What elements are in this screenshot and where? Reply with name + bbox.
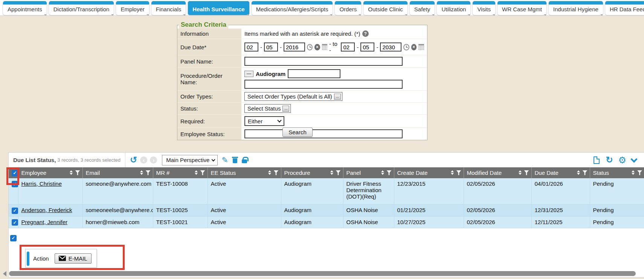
due-to-year-input[interactable] [380,42,401,52]
order-types-browse-button[interactable]: ... [334,94,341,100]
column-header-employee[interactable]: Employee [18,167,82,178]
cell-procedure: Audiogram [281,216,343,228]
order-types-picker[interactable]: Select Order Types (Default is All) ... [244,92,342,101]
filter-icon[interactable] [336,170,341,175]
due-from-day-input[interactable] [264,42,278,52]
refresh-icon[interactable]: ↻ [606,155,613,165]
filter-icon[interactable] [387,170,392,175]
required-select[interactable]: Either [244,116,284,126]
tab-dictation-transcription[interactable]: Dictation/Transcription [49,1,114,15]
filter-icon[interactable] [274,170,279,175]
filter-icon[interactable] [637,170,642,175]
column-header-ee-status[interactable]: EE Status [208,167,281,178]
due-to-month-input[interactable] [341,42,355,52]
calendar-icon[interactable] [418,44,424,50]
edit-perspective-icon[interactable]: ✎ [221,156,228,165]
status-browse-button[interactable]: ... [282,106,289,112]
settings-gear-icon[interactable]: ⚙ [618,156,626,165]
clock-icon[interactable] [403,44,409,50]
information-text: Items marked with an asterisk are requir… [244,30,360,37]
tab-safety[interactable]: Safety [410,1,435,15]
help-icon[interactable]: ? [362,30,369,37]
column-header-procedure[interactable]: Procedure [281,167,343,178]
search-button[interactable]: Search [282,127,313,137]
tab-appointments[interactable]: Appointments [3,1,47,15]
tab-industrial-hygiene[interactable]: Industrial Hygiene [549,1,603,15]
export-document-icon[interactable] [594,156,600,164]
sort-icon[interactable] [381,170,384,175]
sort-icon[interactable] [577,170,580,175]
clock-icon[interactable] [307,44,313,50]
row-checkbox[interactable]: ✓ [12,208,18,214]
sort-icon[interactable] [195,170,198,175]
filter-icon[interactable] [146,170,151,175]
procedure-search-input[interactable] [244,80,403,89]
footer-checkbox[interactable]: ✓ [10,235,17,241]
previous-page-icon[interactable]: ‹ [140,156,147,164]
tab-health-surveillance[interactable]: Health Surveillance [188,1,249,15]
tab-employer[interactable]: Employer [116,1,149,15]
employee-link[interactable]: Pregnant, Jennifer [21,219,68,225]
column-header-status[interactable]: Status [590,167,644,178]
sort-icon[interactable] [268,170,271,175]
sort-icon[interactable] [451,170,454,175]
tab-medications-allergies-scripts[interactable]: Medications/Allergies/Scripts [252,1,333,15]
column-header-panel[interactable]: Panel [343,167,394,178]
sort-icon[interactable] [70,170,73,175]
tab-utilization[interactable]: Utilization [437,1,470,15]
cell-create-date: 12/23/2015 [394,178,464,205]
status-picker[interactable]: Select Status ... [244,104,291,113]
cell-procedure: Audiogram [281,178,343,205]
calendar-icon[interactable] [322,44,328,50]
filter-icon[interactable] [456,170,461,175]
filter-icon[interactable] [524,170,529,175]
tab-hr-data-feed[interactable]: HR Data Feed [605,1,644,15]
row-checkbox[interactable]: ✓ [12,219,18,226]
tab-financials[interactable]: Financials [151,1,186,15]
tab-visits[interactable]: Visits [473,1,495,15]
filter-icon[interactable] [200,170,205,175]
employee-link[interactable]: Harris, Christine [21,180,62,187]
order-types-value: Select Order Types (Default is All) [247,93,332,100]
select-all-checkbox[interactable]: ✓ [12,170,18,176]
due-from-month-input[interactable] [244,42,258,52]
sort-icon[interactable] [519,170,522,175]
scroll-left-arrow[interactable] [3,271,6,276]
clear-date-icon[interactable]: × [314,44,320,50]
lock-perspective-icon[interactable] [242,159,247,163]
column-header-create-date[interactable]: Create Date [394,167,464,178]
status-value: Select Status [247,105,281,112]
panel-name-input[interactable] [244,57,403,66]
due-list-table: ✓ Employee Email MR # EE Status Procedur… [9,167,644,228]
select-all-header: ✓ [9,167,18,178]
collapse-panel-icon[interactable] [630,156,637,162]
due-from-year-input[interactable] [284,42,305,52]
undo-icon[interactable]: ↺ [130,156,137,164]
clear-date-icon[interactable]: × [411,44,417,50]
sort-icon[interactable] [140,170,143,175]
footer-select-row: ✓ [10,234,644,241]
tab-orders[interactable]: Orders [335,1,361,15]
tab-wr-case-mgmt[interactable]: WR Case Mgmt [497,1,546,15]
column-header-email[interactable]: Email [82,167,153,178]
sort-icon[interactable] [632,170,635,175]
column-header-due-date[interactable]: Due Date [531,167,590,178]
email-button[interactable]: E-MAIL [55,253,92,264]
filter-icon[interactable] [75,170,80,175]
scrollbar-thumb[interactable] [9,271,636,276]
column-header-modified-date[interactable]: Modified Date [464,167,531,178]
row-checkbox[interactable]: ✓ [12,181,18,187]
tab-outside-clinic[interactable]: Outside Clinic [363,1,407,15]
filter-icon[interactable] [583,170,588,175]
procedure-input[interactable] [288,69,340,78]
due-to-day-input[interactable] [360,42,374,52]
column-header-mr[interactable]: MR # [153,167,208,178]
cell-mr: TEST-10025 [153,205,208,217]
next-page-icon[interactable]: › [150,156,157,164]
employee-link[interactable]: Anderson, Frederick [21,207,72,213]
perspective-select[interactable]: Main Perspective [162,155,218,165]
delete-perspective-icon[interactable] [232,156,238,164]
collapse-button[interactable]: — [244,71,253,77]
cell-mr: TEST-10008 [153,178,208,205]
sort-icon[interactable] [330,170,333,175]
